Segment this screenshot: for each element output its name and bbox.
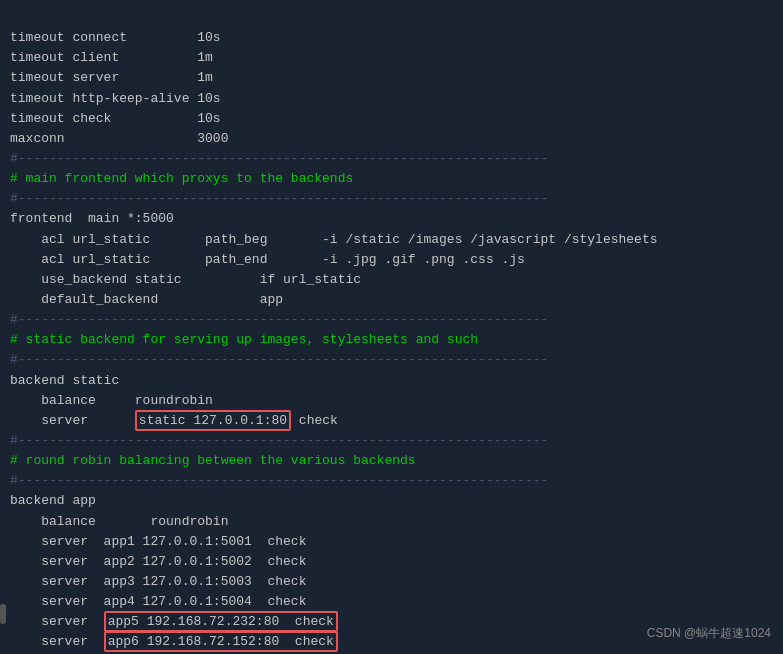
terminal-line: server app2 127.0.0.1:5002 check xyxy=(10,552,773,572)
highlighted-server: static 127.0.0.1:80 xyxy=(135,410,291,431)
terminal-line: server app4 127.0.0.1:5004 check xyxy=(10,592,773,612)
terminal-line: #---------------------------------------… xyxy=(10,471,773,491)
terminal-line: timeout client 1m xyxy=(10,48,773,68)
terminal-line: #---------------------------------------… xyxy=(10,149,773,169)
terminal-line: maxconn 3000 xyxy=(10,129,773,149)
terminal-line: #---------------------------------------… xyxy=(10,310,773,330)
terminal-content: timeout connect 10stimeout client 1mtime… xyxy=(0,0,783,654)
terminal-line: balance roundrobin xyxy=(10,512,773,532)
terminal-line: acl url_static path_end -i .jpg .gif .pn… xyxy=(10,250,773,270)
terminal-line: balance roundrobin xyxy=(10,391,773,411)
terminal-line: timeout connect 10s xyxy=(10,28,773,48)
terminal-line: timeout server 1m xyxy=(10,68,773,88)
terminal-line: # main frontend which proxys to the back… xyxy=(10,169,773,189)
terminal-line: timeout check 10s xyxy=(10,109,773,129)
terminal-line: # static backend for serving up images, … xyxy=(10,330,773,350)
terminal-line: frontend main *:5000 xyxy=(10,209,773,229)
watermark: CSDN @蜗牛超速1024 xyxy=(647,625,771,642)
terminal-line: #---------------------------------------… xyxy=(10,431,773,451)
terminal-line: use_backend static if url_static xyxy=(10,270,773,290)
terminal-line: # round robin balancing between the vari… xyxy=(10,451,773,471)
terminal-line: default_backend app xyxy=(10,290,773,310)
scroll-indicator xyxy=(0,604,6,624)
highlighted-server: app6 192.168.72.152:80 check xyxy=(104,631,338,652)
terminal-line: server app1 127.0.0.1:5001 check xyxy=(10,532,773,552)
terminal-line: backend app xyxy=(10,491,773,511)
terminal-line: #---------------------------------------… xyxy=(10,189,773,209)
terminal-line: acl url_static path_beg -i /static /imag… xyxy=(10,230,773,250)
terminal-line: #---------------------------------------… xyxy=(10,350,773,370)
terminal-line: server app3 127.0.0.1:5003 check xyxy=(10,572,773,592)
highlighted-server: app5 192.168.72.232:80 check xyxy=(104,611,338,632)
terminal-line: timeout http-keep-alive 10s xyxy=(10,89,773,109)
terminal-line: server static 127.0.0.1:80 check xyxy=(10,411,773,431)
terminal-line: backend static xyxy=(10,371,773,391)
